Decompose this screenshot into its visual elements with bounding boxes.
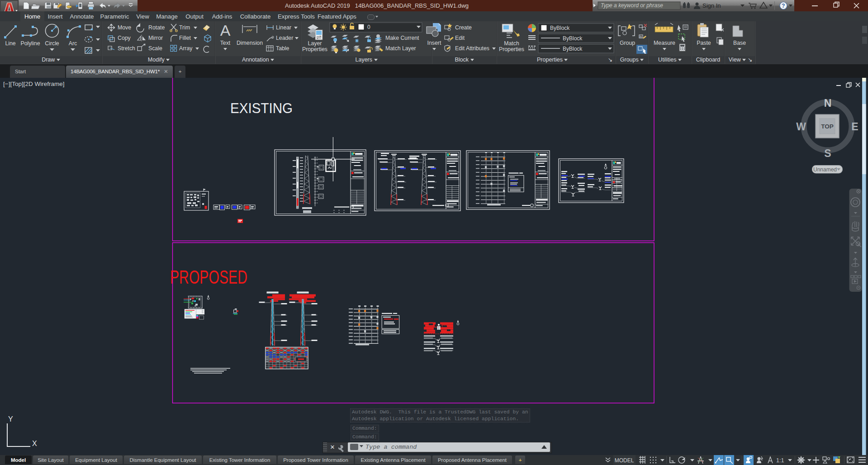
svg-text:Fillet: Fillet bbox=[179, 35, 191, 41]
svg-text:Unnamed: Unnamed bbox=[813, 166, 837, 173]
svg-text:Edit: Edit bbox=[455, 35, 465, 41]
svg-text:MODEL: MODEL bbox=[615, 457, 634, 464]
svg-text:Match: Match bbox=[504, 40, 519, 47]
svg-text:Insert: Insert bbox=[427, 40, 441, 46]
svg-text:E: E bbox=[851, 121, 858, 133]
svg-text:Properties: Properties bbox=[499, 46, 524, 52]
svg-text:Make Current: Make Current bbox=[385, 35, 419, 41]
svg-text:Move: Move bbox=[118, 24, 131, 31]
svg-text:Scale: Scale bbox=[148, 45, 162, 52]
svg-text:Y: Y bbox=[8, 415, 13, 423]
svg-text:ByBlock: ByBlock bbox=[563, 35, 583, 42]
svg-text:N: N bbox=[824, 97, 832, 109]
svg-text:Layer: Layer bbox=[308, 40, 322, 47]
svg-text:Stretch: Stretch bbox=[118, 45, 135, 52]
svg-text:Rotate: Rotate bbox=[148, 24, 165, 31]
svg-text:ByBlock: ByBlock bbox=[563, 46, 583, 52]
svg-text:?: ? bbox=[782, 3, 785, 9]
svg-text:TOP: TOP bbox=[821, 123, 834, 130]
svg-text:Table: Table bbox=[276, 45, 289, 52]
svg-text:W: W bbox=[796, 121, 806, 133]
svg-text:Match Layer: Match Layer bbox=[385, 45, 416, 52]
svg-text:Text: Text bbox=[220, 40, 231, 46]
svg-text:Arc: Arc bbox=[69, 40, 77, 47]
svg-text:Base: Base bbox=[733, 40, 746, 46]
svg-text:S: S bbox=[824, 147, 831, 159]
svg-text:0: 0 bbox=[367, 24, 370, 30]
svg-text:Leader: Leader bbox=[276, 35, 293, 41]
svg-text:X: X bbox=[32, 440, 37, 447]
svg-text:Mirror: Mirror bbox=[148, 35, 163, 41]
svg-text:Copy: Copy bbox=[118, 35, 131, 41]
svg-text:Paste: Paste bbox=[697, 40, 711, 46]
svg-text:PROPOSED: PROPOSED bbox=[170, 266, 247, 288]
svg-text:1:1: 1:1 bbox=[776, 457, 784, 464]
svg-text:Properties: Properties bbox=[302, 46, 327, 52]
svg-text:B: B bbox=[640, 35, 642, 39]
svg-text:Dimension: Dimension bbox=[237, 40, 263, 46]
svg-text:[−][Top][2D Wireframe]: [−][Top][2D Wireframe] bbox=[3, 81, 64, 87]
svg-text:Polyline: Polyline bbox=[20, 40, 40, 47]
svg-text:Array: Array bbox=[179, 45, 193, 52]
svg-text:ByBlock: ByBlock bbox=[550, 25, 570, 31]
svg-text:Line: Line bbox=[5, 40, 15, 47]
svg-text:Linear: Linear bbox=[276, 24, 291, 31]
svg-text:Create: Create bbox=[455, 24, 472, 31]
svg-text:Group: Group bbox=[620, 40, 635, 46]
svg-text:Type a keyword or phrase: Type a keyword or phrase bbox=[601, 2, 663, 9]
svg-text:Circle: Circle bbox=[45, 40, 59, 47]
svg-text:Measure: Measure bbox=[654, 40, 675, 46]
svg-text:Edit Attributes: Edit Attributes bbox=[455, 45, 489, 52]
svg-text:EXISTING: EXISTING bbox=[230, 100, 293, 116]
svg-text:Trim: Trim bbox=[179, 24, 190, 31]
svg-text:Sign In: Sign In bbox=[702, 2, 721, 9]
svg-text:A: A bbox=[220, 22, 231, 39]
